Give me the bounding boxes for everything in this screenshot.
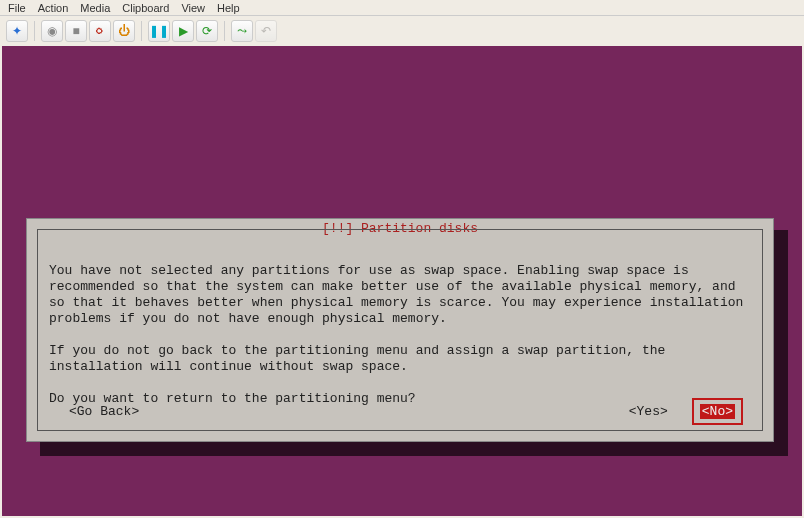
revert-icon: ↶ <box>255 20 277 42</box>
go-back-button[interactable]: <Go Back> <box>57 404 139 419</box>
toolbar-separator <box>34 21 35 41</box>
toolbar-separator <box>141 21 142 41</box>
record-icon[interactable]: ◉ <box>41 20 63 42</box>
pause-icon[interactable]: ❚❚ <box>148 20 170 42</box>
dialog-buttons: <Go Back> <Yes> <No> <box>57 398 743 425</box>
partition-dialog: [!!] Partition disks You have not select… <box>26 218 774 442</box>
power-icon[interactable]: ⏻ <box>113 20 135 42</box>
menu-view[interactable]: View <box>177 2 209 14</box>
dialog-para1: You have not selected any partitions for… <box>49 263 751 326</box>
no-button-focus[interactable]: <No> <box>692 398 743 425</box>
checkpoint-icon[interactable]: ⤳ <box>231 20 253 42</box>
toolbar: ✦ ◉ ■ ⭘ ⏻ ❚❚ ▶ ⟳ ⤳ ↶ <box>0 16 804 46</box>
reset-icon[interactable]: ⟳ <box>196 20 218 42</box>
mascot-icon[interactable]: ✦ <box>6 20 28 42</box>
menu-file[interactable]: File <box>4 2 30 14</box>
menubar: File Action Media Clipboard View Help <box>0 0 804 16</box>
dialog-body: You have not selected any partitions for… <box>49 247 751 423</box>
menu-help[interactable]: Help <box>213 2 244 14</box>
stop-icon[interactable]: ■ <box>65 20 87 42</box>
yes-button[interactable]: <Yes> <box>629 404 668 419</box>
play-icon[interactable]: ▶ <box>172 20 194 42</box>
shutdown-icon[interactable]: ⭘ <box>89 20 111 42</box>
menu-action[interactable]: Action <box>34 2 73 14</box>
no-button[interactable]: <No> <box>700 404 735 419</box>
menu-media[interactable]: Media <box>76 2 114 14</box>
toolbar-separator <box>224 21 225 41</box>
menu-clipboard[interactable]: Clipboard <box>118 2 173 14</box>
dialog-para2: If you do not go back to the partitionin… <box>49 343 673 374</box>
vm-display: [!!] Partition disks You have not select… <box>2 46 802 516</box>
